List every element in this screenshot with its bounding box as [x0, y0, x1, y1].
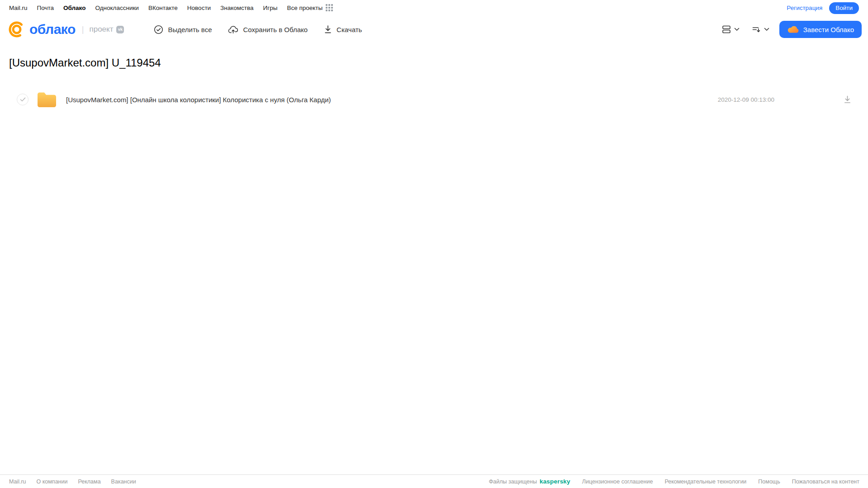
footer-right-links: Файлы защищены kaspersky Лицензионное со… — [489, 478, 859, 485]
footer-link-about[interactable]: О компании — [37, 479, 68, 485]
logo-wordmark: облако — [29, 22, 76, 37]
kaspersky-logo: kaspersky — [540, 478, 570, 485]
nav-link-novosti[interactable]: Новости — [187, 5, 211, 11]
login-button[interactable]: Войти — [829, 2, 859, 14]
sort-dropdown[interactable] — [749, 23, 771, 36]
select-all-button[interactable]: Выделить все — [154, 25, 212, 34]
view-mode-dropdown[interactable] — [720, 23, 741, 36]
toolbar-right: Завести Облако — [720, 21, 862, 38]
file-row[interactable]: [UsupovMarket.com] [Онлайн школа колорис… — [0, 90, 868, 109]
at-sign-icon — [8, 20, 26, 38]
list-view-icon — [721, 24, 731, 34]
footer-link-mailru[interactable]: Mail.ru — [9, 479, 26, 485]
save-to-cloud-label: Сохранить в Облако — [243, 26, 308, 33]
nav-link-odnoklassniki[interactable]: Одноклассники — [95, 5, 138, 11]
chevron-down-icon — [764, 28, 769, 31]
project-label-group: | проект vk — [82, 25, 124, 34]
project-label: проект — [89, 25, 113, 34]
get-cloud-button[interactable]: Завести Облако — [779, 21, 862, 38]
check-circle-icon — [154, 25, 163, 34]
toolbar-actions: Выделить все Сохранить в Облако Скачать — [154, 25, 362, 34]
download-label: Скачать — [337, 26, 362, 33]
download-button[interactable]: Скачать — [324, 25, 362, 34]
footer-left-links: Mail.ru О компании Реклама Вакансии — [9, 479, 136, 485]
download-icon — [324, 25, 332, 34]
row-checkbox[interactable] — [17, 94, 28, 105]
footer-link-jobs[interactable]: Вакансии — [111, 479, 136, 485]
file-name-link[interactable]: [UsupovMarket.com] [Онлайн школа колорис… — [66, 96, 718, 104]
footer-link-ads[interactable]: Реклама — [78, 479, 100, 485]
protected-by-label: Файлы защищены — [489, 479, 537, 485]
nav-link-all-projects[interactable]: Все проекты — [287, 5, 323, 11]
apps-grid-icon[interactable] — [326, 4, 333, 12]
kaspersky-protection: Файлы защищены kaspersky — [489, 478, 570, 485]
sort-icon — [751, 24, 761, 34]
footer: Mail.ru О компании Реклама Вакансии Файл… — [0, 474, 868, 488]
logo-divider: | — [82, 25, 84, 34]
cloud-icon — [787, 25, 799, 34]
file-list: [UsupovMarket.com] [Онлайн школа колорис… — [0, 90, 868, 109]
page-title: [UsupovMarket.com] U_119454 — [0, 41, 868, 69]
save-to-cloud-button[interactable]: Сохранить в Облако — [228, 25, 308, 34]
download-icon — [843, 95, 852, 104]
register-link[interactable]: Регистрация — [787, 5, 822, 11]
folder-icon — [37, 91, 57, 108]
vk-badge-icon: vk — [116, 26, 124, 33]
main-content: [UsupovMarket.com] U_119454 [UsupovM — [0, 41, 868, 109]
footer-link-license[interactable]: Лицензионное соглашение — [582, 479, 653, 485]
row-download-button[interactable] — [843, 95, 852, 104]
nav-link-znakomstva[interactable]: Знакомства — [220, 5, 253, 11]
cloud-logo[interactable]: облако | проект vk — [8, 20, 124, 38]
nav-link-pochta[interactable]: Почта — [37, 5, 54, 11]
footer-link-recommendation-tech[interactable]: Рекомендательные технологии — [664, 479, 746, 485]
cloud-upload-icon — [228, 25, 238, 34]
select-all-label: Выделить все — [168, 26, 212, 33]
nav-link-oblako[interactable]: Облако — [63, 5, 85, 11]
footer-link-help[interactable]: Помощь — [758, 479, 780, 485]
chevron-down-icon — [734, 28, 740, 31]
nav-link-mailru[interactable]: Mail.ru — [9, 5, 28, 11]
get-cloud-label: Завести Облако — [803, 26, 854, 33]
file-date: 2020-12-09 00:13:00 — [718, 96, 774, 103]
portal-nav: Mail.ru Почта Облако Одноклассники ВКонт… — [0, 0, 868, 15]
footer-link-report-content[interactable]: Пожаловаться на контент — [792, 479, 859, 485]
check-icon — [20, 97, 26, 102]
header: облако | проект vk Выделить все — [0, 18, 868, 41]
nav-link-igry[interactable]: Игры — [263, 5, 278, 11]
nav-link-vkontakte[interactable]: ВКонтакте — [148, 5, 178, 11]
